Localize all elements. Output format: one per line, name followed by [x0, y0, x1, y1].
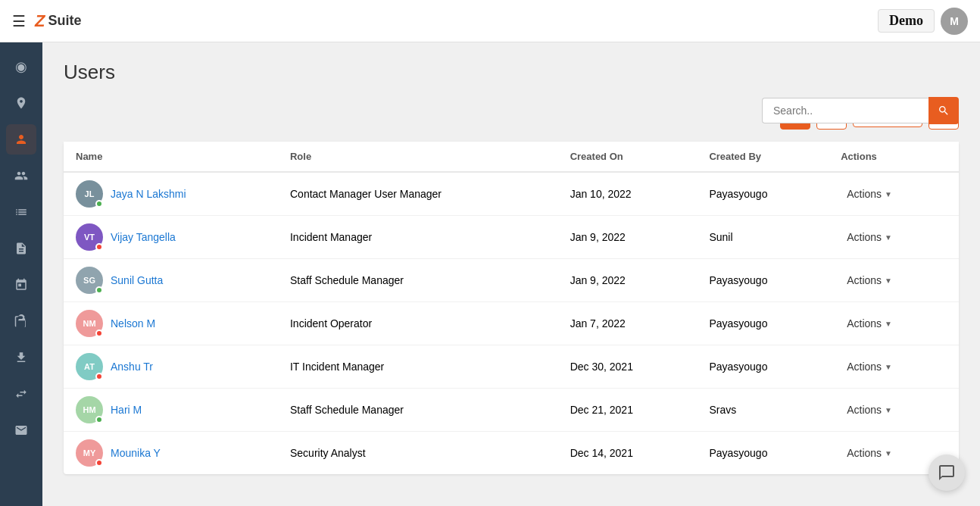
actions-dropdown-button[interactable]: Actions ▼ — [841, 401, 947, 419]
table-row: MY Mounika Y Security Analyst Dec 14, 20… — [64, 432, 959, 475]
avatar: AT — [76, 353, 103, 380]
cell-role: Security Analyst — [278, 432, 558, 475]
cell-name: NM Nelson M — [64, 302, 278, 345]
actions-label: Actions — [847, 274, 882, 286]
demo-badge: Demo — [878, 9, 935, 33]
user-name-link[interactable]: Nelson M — [111, 317, 155, 330]
cell-name: SG Sunil Gutta — [64, 259, 278, 302]
cell-actions: Actions ▼ — [829, 172, 959, 216]
sidebar-item-users[interactable] — [6, 124, 36, 155]
user-name-link[interactable]: Mounika Y — [111, 447, 161, 459]
user-name-link[interactable]: Sunil Gutta — [111, 274, 163, 286]
sidebar-item-dashboard[interactable]: ◉ — [6, 52, 36, 82]
logo-suite: Suite — [48, 13, 81, 29]
sidebar-item-document[interactable] — [6, 233, 36, 264]
chat-fab[interactable] — [929, 454, 965, 491]
actions-dropdown-button[interactable]: Actions ▼ — [841, 444, 947, 462]
status-dot — [95, 243, 103, 251]
cell-actions: Actions ▼ — [829, 259, 959, 302]
sidebar: ◉ — [0, 42, 42, 506]
cell-created-on: Jan 7, 2022 — [558, 302, 698, 345]
sidebar-item-location[interactable] — [6, 88, 36, 118]
sidebar-item-download[interactable] — [6, 342, 36, 373]
cell-created-on: Jan 9, 2022 — [558, 216, 698, 259]
chevron-down-icon: ▼ — [885, 320, 892, 328]
status-dot — [95, 330, 103, 337]
chevron-down-icon: ▼ — [885, 276, 892, 285]
user-name-link[interactable]: Vijay Tangella — [111, 231, 176, 243]
cell-name: HM Hari M — [64, 389, 278, 432]
table-row: SG Sunil Gutta Staff Schedule Manager Ja… — [64, 259, 959, 302]
topbar-right: Demo M — [878, 8, 968, 35]
cell-name: VT Vijay Tangella — [64, 216, 278, 259]
status-dot — [95, 373, 103, 380]
cell-actions: Actions ▼ — [829, 389, 959, 432]
actions-dropdown-button[interactable]: Actions ▼ — [841, 314, 947, 333]
cell-created-on: Dec 30, 2021 — [558, 345, 698, 389]
cell-created-on: Dec 21, 2021 — [558, 389, 698, 432]
actions-label: Actions — [847, 231, 882, 243]
cell-created-by: Payasyougo — [697, 432, 829, 475]
actions-dropdown-button[interactable]: Actions ▼ — [841, 358, 947, 376]
cell-created-on: Jan 10, 2022 — [558, 172, 698, 216]
users-table: Name Role Created On Created By Actions … — [64, 142, 959, 474]
chevron-down-icon: ▼ — [885, 233, 892, 242]
logo: Z Suite — [35, 11, 81, 31]
topbar-left: ☰ Z Suite — [12, 11, 878, 31]
search-input[interactable] — [762, 98, 929, 123]
user-name-link[interactable]: Anshu Tr — [111, 361, 153, 373]
sidebar-item-packages[interactable] — [6, 306, 36, 336]
cell-role: Incident Operator — [278, 302, 558, 345]
cell-created-on: Dec 14, 2021 — [558, 432, 698, 475]
user-avatar[interactable]: M — [941, 8, 968, 35]
cell-role: Incident Manager — [278, 216, 558, 259]
actions-label: Actions — [847, 317, 882, 330]
sidebar-item-teams[interactable] — [6, 161, 36, 191]
col-created-on: Created On — [558, 142, 698, 172]
table-row: VT Vijay Tangella Incident Manager Jan 9… — [64, 216, 959, 259]
cell-role: Staff Schedule Manager — [278, 389, 558, 432]
cell-actions: Actions ▼ — [829, 345, 959, 389]
table-body: JL Jaya N Lakshmi Contact Manager User M… — [64, 172, 959, 474]
col-created-by: Created By — [697, 142, 829, 172]
chevron-down-icon: ▼ — [885, 449, 892, 458]
avatar: SG — [76, 267, 103, 294]
avatar: VT — [76, 223, 103, 251]
cell-role: Staff Schedule Manager — [278, 259, 558, 302]
sidebar-item-transfer[interactable] — [6, 379, 36, 409]
hamburger-menu[interactable]: ☰ — [12, 12, 26, 30]
sidebar-item-calendar[interactable] — [6, 270, 36, 300]
cell-role: Contact Manager User Manager — [278, 172, 558, 216]
actions-dropdown-button[interactable]: Actions ▼ — [841, 185, 947, 203]
cell-created-by: Sunil — [697, 216, 829, 259]
cell-name: MY Mounika Y — [64, 432, 278, 475]
cell-created-by: Payasyougo — [697, 259, 829, 302]
cell-created-on: Jan 9, 2022 — [558, 259, 698, 302]
table-row: AT Anshu Tr IT Incident Manager Dec 30, … — [64, 345, 959, 389]
avatar: HM — [76, 396, 103, 423]
sidebar-item-mail[interactable] — [6, 415, 36, 445]
table-row: HM Hari M Staff Schedule Manager Dec 21,… — [64, 389, 959, 432]
actions-label: Actions — [847, 188, 882, 200]
user-name-link[interactable]: Jaya N Lakshmi — [111, 188, 186, 200]
chevron-down-icon: ▼ — [885, 406, 892, 414]
user-name-link[interactable]: Hari M — [111, 404, 142, 416]
col-name: Name — [64, 142, 278, 172]
cell-name: AT Anshu Tr — [64, 345, 278, 389]
cell-actions: Actions ▼ — [829, 216, 959, 259]
avatar: NM — [76, 310, 103, 337]
table-row: NM Nelson M Incident Operator Jan 7, 202… — [64, 302, 959, 345]
status-dot — [95, 286, 103, 294]
col-role: Role — [278, 142, 558, 172]
cell-created-by: Payasyougo — [697, 302, 829, 345]
avatar: MY — [76, 439, 103, 467]
logo-z: Z — [35, 11, 45, 31]
actions-label: Actions — [847, 404, 882, 416]
search-button[interactable] — [929, 97, 959, 124]
sidebar-item-list[interactable] — [6, 197, 36, 227]
actions-dropdown-button[interactable]: Actions ▼ — [841, 228, 947, 246]
topbar: ☰ Z Suite Demo M — [0, 0, 980, 42]
cell-name: JL Jaya N Lakshmi — [64, 172, 278, 216]
cell-created-by: Sravs — [697, 389, 829, 432]
actions-dropdown-button[interactable]: Actions ▼ — [841, 271, 947, 289]
